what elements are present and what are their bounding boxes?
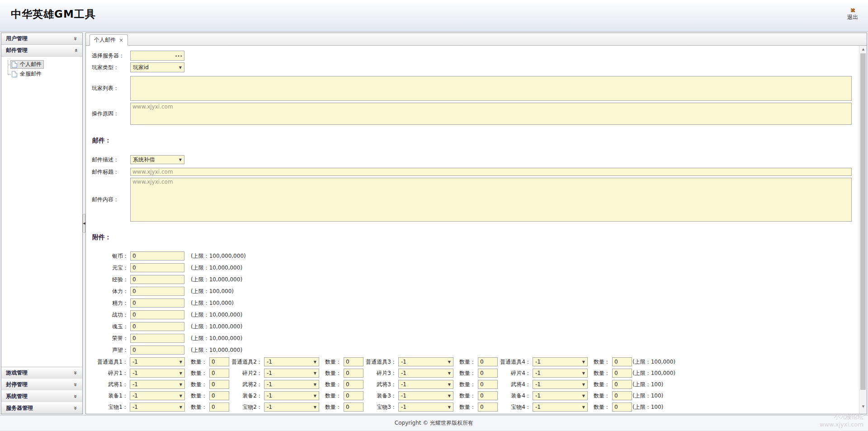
currency-input[interactable]: [130, 346, 184, 355]
item-select[interactable]: -1 ▼: [398, 369, 453, 378]
item-select[interactable]: -1 ▼: [130, 403, 185, 412]
sidebar-panel-mail-management[interactable]: 邮件管理 »: [1, 45, 82, 57]
quantity-input[interactable]: [612, 357, 632, 366]
item-select[interactable]: -1 ▼: [533, 403, 588, 412]
sidebar-panel-game-management[interactable]: 游戏管理 »: [1, 367, 82, 379]
tab-personal-mail[interactable]: 个人邮件 ×: [90, 34, 128, 46]
currency-input[interactable]: [130, 334, 184, 343]
item-label: 宝物1：: [92, 403, 130, 411]
sidebar-panel-user-management[interactable]: 用户管理 »: [1, 33, 82, 45]
vertical-scrollbar[interactable]: ▲ ▼: [859, 46, 867, 414]
currency-input[interactable]: [130, 322, 184, 331]
quantity-input[interactable]: [612, 369, 632, 378]
personal-mail-form: 选择服务器： ... 玩家类型： 玩家id ▼ 玩家列表： 操作原因：: [86, 46, 867, 414]
mail-content-textarea[interactable]: [130, 178, 852, 222]
tree-item[interactable]: 个人邮件: [10, 60, 44, 69]
item-label: 普通道具3：: [360, 358, 398, 366]
item-select-value: -1: [267, 359, 272, 365]
item-group: 武将2： -1 ▼ 数量：: [226, 380, 360, 389]
currency-label: 战功：: [92, 311, 130, 319]
currency-input[interactable]: [130, 287, 184, 296]
item-select-value: -1: [535, 359, 541, 365]
chevron-down-icon: ▼: [179, 394, 182, 398]
item-group: 宝物1： -1 ▼ 数量：: [92, 403, 226, 412]
item-select[interactable]: -1 ▼: [264, 403, 319, 412]
quantity-label: 数量：: [459, 358, 476, 366]
item-select[interactable]: -1 ▼: [264, 380, 319, 389]
logout-button[interactable]: ✖ 退出: [847, 7, 860, 21]
sidebar-panel-server-management[interactable]: 服务器管理 »: [1, 402, 82, 414]
item-select-value: -1: [535, 404, 541, 410]
tree-item[interactable]: 全服邮件: [10, 70, 44, 78]
item-label: 碎片4：: [495, 369, 533, 377]
player-type-select[interactable]: 玩家id ▼: [130, 62, 184, 72]
item-select-value: -1: [267, 370, 272, 376]
item-label: 宝物4：: [495, 403, 533, 411]
chevron-down-icon: ▼: [582, 394, 585, 398]
quantity-label: 数量：: [191, 358, 207, 366]
server-label: 选择服务器：: [92, 52, 130, 60]
chevron-down-icon: ▼: [314, 383, 316, 387]
item-select[interactable]: -1 ▼: [264, 369, 319, 378]
currency-input[interactable]: [130, 251, 184, 260]
chevron-down-icon: ▼: [582, 371, 585, 375]
item-select[interactable]: -1 ▼: [533, 391, 588, 400]
quantity-label: 数量：: [594, 392, 610, 400]
mail-title-input[interactable]: [130, 168, 852, 176]
quantity-input[interactable]: [612, 391, 632, 400]
scroll-down-arrow-icon[interactable]: ▼: [859, 403, 867, 410]
quantity-input[interactable]: [612, 403, 632, 412]
currency-input[interactable]: [130, 298, 184, 308]
item-group: 武将4： -1 ▼ 数量：: [495, 380, 629, 389]
sidebar-panel-system-management[interactable]: 系统管理 »: [1, 390, 82, 402]
item-group: 装备1： -1 ▼ 数量：: [92, 391, 226, 400]
currency-input[interactable]: [130, 275, 184, 284]
item-select[interactable]: -1 ▼: [398, 380, 453, 389]
item-row: 宝物1： -1 ▼ 数量： 宝物2： -1 ▼ 数量： 宝物3： -1 ▼ 数量…: [92, 403, 867, 412]
player-list-textarea[interactable]: [130, 76, 852, 101]
server-browse-button[interactable]: ...: [175, 52, 183, 58]
sidebar-panel-ban-management[interactable]: 封停管理 »: [1, 379, 82, 390]
item-select[interactable]: -1 ▼: [130, 391, 185, 400]
chevron-down-icon: ▼: [448, 394, 451, 398]
mail-desc-select[interactable]: 系统补偿 ▼: [130, 155, 184, 164]
item-limit: (上限：100): [632, 381, 663, 388]
reason-textarea[interactable]: [130, 103, 852, 125]
item-select[interactable]: -1 ▼: [130, 369, 185, 378]
item-select-value: -1: [267, 381, 272, 388]
currency-input[interactable]: [130, 310, 184, 319]
item-select[interactable]: -1 ▼: [533, 369, 588, 378]
scrollbar-thumb[interactable]: [860, 53, 866, 390]
quantity-input[interactable]: [612, 380, 632, 389]
item-limit: (上限：100): [632, 392, 663, 400]
quantity-label: 数量：: [325, 381, 341, 388]
scroll-up-arrow-icon[interactable]: ▲: [859, 46, 867, 53]
item-group: 碎片1： -1 ▼ 数量：: [92, 369, 226, 378]
reason-label: 操作原因：: [92, 110, 130, 118]
currency-row: 声望： (上限：10,000,000): [92, 346, 867, 355]
item-select[interactable]: -1 ▼: [398, 357, 453, 366]
item-select[interactable]: -1 ▼: [130, 357, 185, 366]
mail-title-label: 邮件标题：: [92, 168, 130, 176]
item-select[interactable]: -1 ▼: [398, 403, 453, 412]
tab-close-icon[interactable]: ×: [119, 38, 123, 43]
currency-input[interactable]: [130, 263, 184, 272]
item-select[interactable]: -1 ▼: [398, 391, 453, 400]
currency-row: 战功： (上限：10,000,000): [92, 310, 867, 319]
item-label: 装备2：: [226, 392, 264, 400]
item-select[interactable]: -1 ▼: [264, 391, 319, 400]
content-panel: 个人邮件 × 选择服务器： ... 玩家类型： 玩家id ▼: [85, 33, 867, 414]
currency-row: 银币： (上限：100,000,000): [92, 251, 867, 260]
chevron-double-down-icon: »: [72, 405, 79, 411]
item-label: 武将1：: [92, 381, 130, 388]
item-select[interactable]: -1 ▼: [533, 380, 588, 389]
item-label: 宝物2：: [226, 403, 264, 411]
item-select-value: -1: [401, 404, 406, 410]
currency-row: 精力： (上限：100,000): [92, 298, 867, 308]
item-select[interactable]: -1 ▼: [533, 357, 588, 366]
quantity-label: 数量：: [459, 381, 476, 388]
copyright-text: Copyright © 光耀世界版权所有: [395, 419, 473, 427]
item-select[interactable]: -1 ▼: [264, 357, 319, 366]
quantity-label: 数量：: [594, 358, 610, 366]
item-select[interactable]: -1 ▼: [130, 380, 185, 389]
